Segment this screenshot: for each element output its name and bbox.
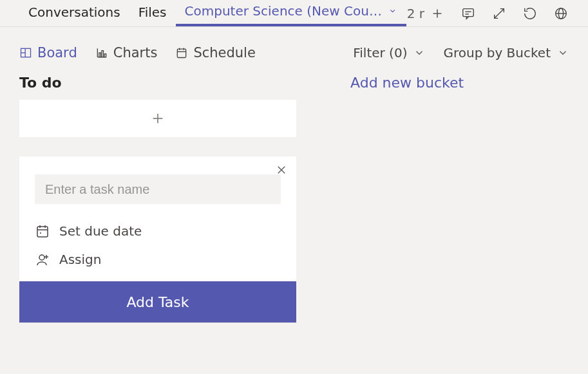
column-todo: To do Set due date Assign Add Task (19, 75, 296, 323)
due-date-label: Set due date (59, 223, 142, 239)
add-bucket-button[interactable]: Add new bucket (350, 75, 464, 91)
board-icon (19, 46, 32, 59)
chevron-down-icon (413, 47, 425, 59)
view-charts-label: Charts (113, 45, 158, 61)
tab-planner-active[interactable]: Computer Science (New Cours… (176, 1, 406, 26)
svg-line-6 (495, 14, 499, 18)
tab-conversations[interactable]: Conversations (19, 2, 129, 25)
view-schedule[interactable]: Schedule (175, 45, 256, 61)
channel-meta-text: 2 r (407, 6, 424, 21)
plus-icon (151, 111, 165, 126)
add-task-button-label: Add Task (126, 294, 189, 310)
globe-icon[interactable] (553, 6, 569, 21)
schedule-icon (175, 46, 188, 59)
task-name-input[interactable] (35, 174, 281, 204)
svg-point-30 (40, 232, 41, 234)
top-right-actions: 2 r (407, 6, 569, 21)
tab-files[interactable]: Files (129, 2, 176, 25)
set-due-date-row[interactable]: Set due date (19, 217, 296, 245)
assign-person-icon (35, 252, 50, 267)
refresh-icon[interactable] (522, 6, 538, 21)
planner-toolbar: Board Charts Schedule Filter (0) Group b… (0, 27, 588, 67)
svg-rect-26 (37, 227, 48, 237)
view-charts[interactable]: Charts (95, 45, 158, 61)
column-title[interactable]: To do (19, 75, 296, 91)
board-area: To do Set due date Assign Add Task Add n… (0, 67, 588, 330)
add-task-button[interactable]: Add Task (19, 281, 296, 323)
svg-point-31 (39, 255, 44, 260)
calendar-icon (35, 223, 50, 239)
expand-icon[interactable] (491, 6, 507, 21)
channel-meta: 2 r (407, 6, 445, 21)
view-schedule-label: Schedule (193, 45, 256, 61)
channel-tab-bar: Conversations Files Computer Science (Ne… (0, 0, 588, 27)
add-task-quick-button[interactable] (19, 100, 296, 137)
conversation-panel-icon[interactable] (460, 6, 476, 21)
assign-row[interactable]: Assign (19, 245, 296, 274)
chevron-down-icon[interactable] (388, 6, 397, 15)
view-board[interactable]: Board (19, 45, 77, 61)
charts-icon (95, 46, 108, 59)
assign-label: Assign (59, 252, 101, 267)
group-by-button[interactable]: Group by Bucket (443, 45, 569, 61)
active-tab-label: Computer Science (New Cours… (185, 3, 383, 19)
chevron-down-icon (557, 47, 569, 59)
filter-label: Filter (0) (353, 45, 407, 61)
group-by-label: Group by Bucket (443, 45, 551, 61)
svg-rect-15 (99, 53, 101, 57)
svg-rect-2 (463, 8, 474, 16)
view-board-label: Board (37, 45, 77, 61)
filter-button[interactable]: Filter (0) (353, 45, 425, 61)
svg-rect-18 (178, 49, 186, 57)
svg-rect-16 (102, 51, 104, 57)
add-tab-icon[interactable] (430, 6, 445, 21)
svg-line-5 (499, 8, 504, 13)
new-task-card: Set due date Assign Add Task (19, 156, 296, 323)
close-icon[interactable] (276, 164, 287, 176)
svg-rect-17 (104, 54, 106, 57)
